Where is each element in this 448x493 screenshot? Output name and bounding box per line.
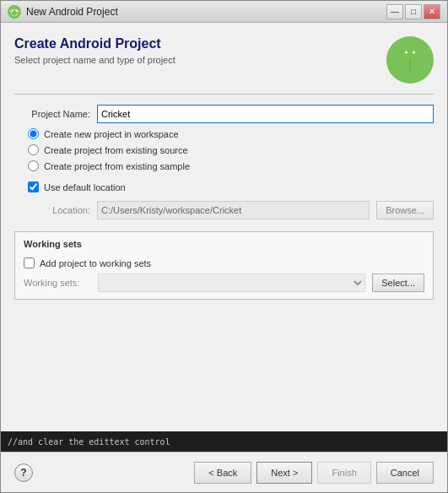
svg-line-11 (401, 43, 404, 46)
cancel-button[interactable]: Cancel (376, 462, 434, 484)
use-default-location-checkbox[interactable] (28, 181, 39, 192)
location-input (97, 201, 370, 219)
svg-rect-16 (413, 73, 418, 79)
svg-rect-13 (393, 59, 397, 69)
maximize-button[interactable]: □ (405, 4, 422, 19)
minimize-button[interactable]: — (386, 4, 403, 19)
working-sets-title: Working sets (24, 239, 424, 249)
window-title: New Android Project (26, 6, 381, 18)
svg-point-9 (405, 51, 408, 54)
form-section: Project Name: Create new project in work… (14, 105, 434, 418)
header-separator (14, 94, 434, 95)
add-to-working-sets-row[interactable]: Add project to working sets (24, 257, 424, 268)
header-text: Create Android Project Select project na… (14, 36, 175, 65)
select-button[interactable]: Select... (372, 274, 424, 292)
svg-point-8 (401, 46, 419, 61)
radio-existing-source-input[interactable] (28, 144, 39, 155)
code-preview-text: //and clear the edittext control (8, 437, 170, 447)
project-name-label: Project Name: (14, 109, 90, 119)
header-section: Create Android Project Select project na… (14, 36, 434, 84)
radio-new-workspace-input[interactable] (28, 128, 39, 139)
window-controls: — □ ✕ (386, 4, 440, 19)
bottom-bar: ? < Back Next > Finish Cancel (1, 452, 447, 492)
bottom-buttons: < Back Next > Finish Cancel (194, 462, 434, 484)
radio-new-workspace[interactable]: Create new project in workspace (14, 128, 434, 139)
add-to-working-sets-checkbox[interactable] (24, 257, 35, 268)
svg-point-5 (13, 11, 13, 12)
title-bar: New Android Project — □ ✕ (1, 1, 447, 23)
svg-line-12 (416, 43, 419, 46)
android-logo (386, 36, 434, 84)
code-preview-bar: //and clear the edittext control (1, 431, 447, 452)
finish-button[interactable]: Finish (317, 462, 370, 484)
location-label: Location: (14, 205, 90, 215)
help-button[interactable]: ? (14, 463, 33, 482)
add-to-working-sets-label: Add project to working sets (40, 258, 151, 268)
project-name-row: Project Name: (14, 105, 434, 123)
next-button[interactable]: Next > (256, 462, 312, 484)
radio-existing-sample[interactable]: Create project from existing sample (14, 160, 434, 171)
radio-existing-sample-input[interactable] (28, 160, 39, 171)
main-window: New Android Project — □ ✕ Create Android… (0, 0, 448, 493)
location-row: Location: Browse... (14, 201, 434, 219)
browse-button[interactable]: Browse... (376, 201, 434, 219)
working-sets-inner: Add project to working sets Working sets… (24, 254, 424, 292)
dialog-title: Create Android Project (14, 36, 175, 51)
dialog-subtitle: Select project name and type of project (14, 55, 175, 65)
back-button[interactable]: < Back (194, 462, 251, 484)
radio-new-workspace-label: Create new project in workspace (44, 129, 179, 139)
working-sets-select-row: Working sets: Select... (24, 274, 424, 292)
radio-existing-sample-label: Create project from existing sample (44, 161, 190, 171)
svg-rect-14 (423, 59, 427, 69)
svg-rect-15 (402, 73, 407, 79)
content-area: Create Android Project Select project na… (1, 23, 447, 431)
radio-existing-source[interactable]: Create project from existing source (14, 144, 434, 155)
svg-point-10 (413, 51, 415, 54)
working-sets-label: Working sets: (24, 278, 91, 288)
window-icon (8, 5, 21, 19)
project-name-input[interactable] (97, 105, 434, 123)
radio-existing-source-label: Create project from existing source (44, 145, 188, 155)
use-default-location-label: Use default location (44, 182, 126, 192)
close-button[interactable]: ✕ (424, 4, 440, 19)
svg-point-6 (15, 11, 16, 12)
use-default-location-row[interactable]: Use default location (14, 181, 434, 192)
working-sets-box: Working sets Add project to working sets… (14, 231, 434, 300)
working-sets-select[interactable] (98, 274, 365, 292)
